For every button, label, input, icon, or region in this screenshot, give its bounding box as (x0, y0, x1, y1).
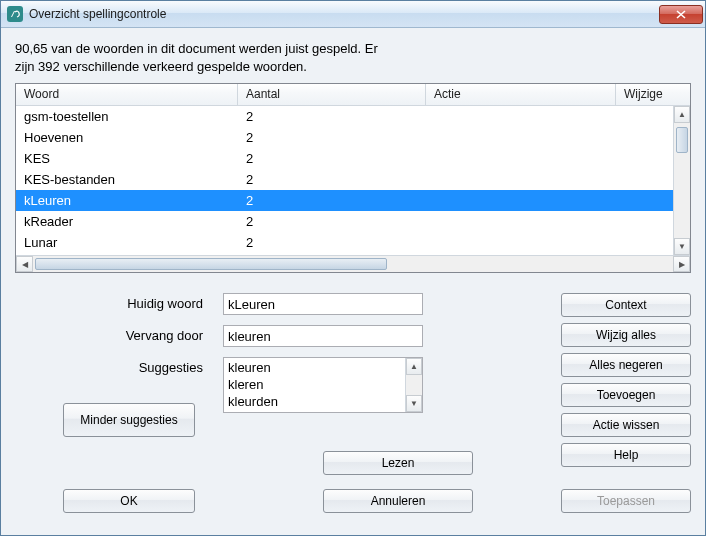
grid-vscrollbar[interactable]: ▲ ▼ (673, 106, 690, 255)
list-item[interactable]: kleren (228, 376, 418, 393)
window-title: Overzicht spellingcontrole (29, 7, 659, 21)
cell-aantal: 2 (238, 151, 426, 166)
cell-woord: kReader (16, 214, 238, 229)
cell-woord: gsm-toestellen (16, 109, 238, 124)
close-icon (676, 10, 686, 19)
replace-with-input[interactable] (223, 325, 423, 347)
cell-woord: Hoevenen (16, 130, 238, 145)
actie-wissen-button[interactable]: Actie wissen (561, 413, 691, 437)
dialog-content: 90,65 van de woorden in dit document wer… (1, 28, 705, 535)
current-word-input[interactable] (223, 293, 423, 315)
ok-button[interactable]: OK (63, 489, 195, 513)
annuleren-button[interactable]: Annuleren (323, 489, 473, 513)
lezen-button[interactable]: Lezen (323, 451, 473, 475)
table-row[interactable]: kReader2 (16, 211, 673, 232)
context-button[interactable]: Context (561, 293, 691, 317)
help-button[interactable]: Help (561, 443, 691, 467)
alles-negeren-button[interactable]: Alles negeren (561, 353, 691, 377)
list-item[interactable]: kleurden (228, 393, 418, 410)
summary-line2: zijn 392 verschillende verkeerd gespelde… (15, 59, 307, 74)
cell-woord: KES-bestanden (16, 172, 238, 187)
table-row[interactable]: KES-bestanden2 (16, 169, 673, 190)
toevoegen-button[interactable]: Toevoegen (561, 383, 691, 407)
table-row[interactable]: kLeuren2 (16, 190, 673, 211)
cell-woord: Lunar (16, 235, 238, 250)
wijzig-alles-button[interactable]: Wijzig alles (561, 323, 691, 347)
close-button[interactable] (659, 5, 703, 24)
form-area: Huidig woord Vervang door Suggesties kle… (15, 293, 691, 523)
app-icon (7, 6, 23, 22)
listbox-scrollbar[interactable]: ▲ ▼ (405, 358, 422, 412)
col-header-actie[interactable]: Actie (426, 84, 616, 105)
cell-aantal: 2 (238, 214, 426, 229)
hscroll-thumb[interactable] (35, 258, 387, 270)
scroll-up-icon[interactable]: ▲ (674, 106, 690, 123)
suggestions-listbox[interactable]: kleurenklerenkleurden ▲ ▼ (223, 357, 423, 413)
scroll-down-icon[interactable]: ▼ (674, 238, 690, 255)
grid-header: Woord Aantal Actie Wijzige (16, 84, 690, 106)
cell-aantal: 2 (238, 193, 426, 208)
right-button-column: Context Wijzig alles Alles negeren Toevo… (561, 293, 691, 467)
list-item[interactable]: kleuren (228, 359, 418, 376)
titlebar: Overzicht spellingcontrole (1, 1, 705, 28)
scroll-thumb[interactable] (676, 127, 688, 153)
summary-line1: 90,65 van de woorden in dit document wer… (15, 41, 378, 56)
suggestions-label: Suggesties (15, 357, 223, 375)
scroll-right-icon[interactable]: ▶ (673, 256, 690, 272)
words-grid[interactable]: Woord Aantal Actie Wijzige gsm-toestelle… (15, 83, 691, 273)
summary-text: 90,65 van de woorden in dit document wer… (15, 40, 691, 75)
col-header-wijzigen[interactable]: Wijzige (616, 84, 690, 105)
current-word-label: Huidig woord (15, 293, 223, 311)
table-row[interactable]: gsm-toestellen2 (16, 106, 673, 127)
col-header-woord[interactable]: Woord (16, 84, 238, 105)
cell-woord: KES (16, 151, 238, 166)
listbox-scroll-down-icon[interactable]: ▼ (406, 395, 422, 412)
table-row[interactable]: KES2 (16, 148, 673, 169)
cell-woord: kLeuren (16, 193, 238, 208)
cell-aantal: 2 (238, 130, 426, 145)
scroll-left-icon[interactable]: ◀ (16, 256, 33, 272)
replace-with-label: Vervang door (15, 325, 223, 343)
cell-aantal: 2 (238, 172, 426, 187)
svg-rect-0 (7, 6, 23, 22)
table-row[interactable]: Hoevenen2 (16, 127, 673, 148)
cell-aantal: 2 (238, 235, 426, 250)
col-header-aantal[interactable]: Aantal (238, 84, 426, 105)
hscroll-track[interactable] (33, 256, 673, 272)
scroll-track[interactable] (674, 123, 690, 238)
toepassen-button: Toepassen (561, 489, 691, 513)
grid-hscrollbar[interactable]: ◀ ▶ (16, 255, 690, 272)
table-row[interactable]: Lunar2 (16, 232, 673, 253)
minder-suggesties-button[interactable]: Minder suggesties (63, 403, 195, 437)
grid-body: gsm-toestellen2Hoevenen2KES2KES-bestande… (16, 106, 690, 255)
cell-aantal: 2 (238, 109, 426, 124)
listbox-scroll-up-icon[interactable]: ▲ (406, 358, 422, 375)
